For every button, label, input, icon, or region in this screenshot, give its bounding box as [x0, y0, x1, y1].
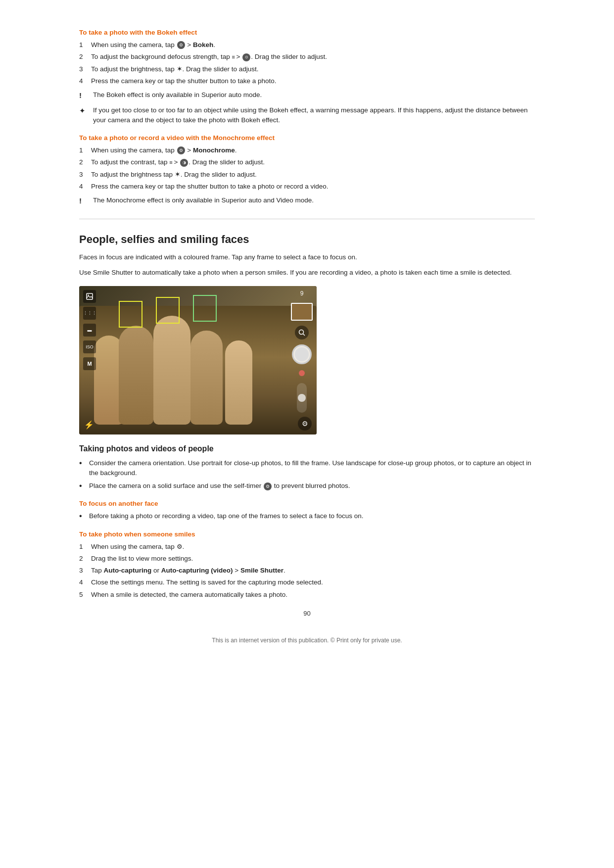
focus-bullets: • Before taking a photo or recording a v… — [79, 511, 535, 521]
photo-thumbnail[interactable] — [291, 303, 313, 321]
tip-star-icon: ✦ — [79, 105, 93, 117]
svg-point-1 — [88, 294, 89, 295]
bars-icon-2: ≡ — [169, 158, 172, 167]
shutter-button[interactable] — [292, 344, 312, 364]
zoom-icon[interactable] — [295, 326, 309, 339]
bullet-dot-focus: • — [79, 511, 89, 521]
svg-rect-0 — [87, 293, 93, 299]
face-frame-1 — [119, 301, 142, 328]
face-frame-2 — [156, 297, 180, 324]
taking-photos-bullet-2: • Place the camera on a solid surface an… — [79, 481, 535, 491]
bullet-dot-1: • — [79, 458, 89, 479]
footer-text: This is an internet version of this publ… — [79, 637, 535, 644]
settings-icon-bottom[interactable]: ⚙ — [298, 417, 312, 431]
svg-line-3 — [303, 334, 305, 336]
camera-toolbar-right: 9 — [291, 290, 313, 415]
chapter-para2: Use Smile Shutter to automatically take … — [79, 267, 535, 278]
camera-toolbar-left: ⋮⋮⋮ ▬ ISO M — [83, 290, 96, 370]
record-indicator — [299, 370, 305, 376]
exclamation-icon-2: ! — [79, 195, 93, 207]
bokeh-step-1: 1 When using the camera, tap ⚙ > Bokeh. — [79, 40, 535, 50]
defocus-icon: ⊙ — [242, 53, 250, 61]
exclamation-icon: ! — [79, 90, 93, 101]
monochrome-note: ! The Monochrome effect is only availabl… — [79, 195, 535, 207]
monochrome-step-4: 4 Press the camera key or tap the shutte… — [79, 182, 535, 192]
focus-section: To focus on another face • Before taking… — [79, 500, 535, 521]
focus-bullet: • Before taking a photo or recording a v… — [79, 511, 535, 521]
taking-photos-subsection: Taking photos and videos of people • Con… — [79, 444, 535, 491]
camera-settings-icon: ⚙ — [177, 41, 185, 49]
mode-m-icon[interactable]: M — [83, 357, 96, 370]
zoom-slider-thumb — [298, 394, 306, 402]
svg-point-2 — [299, 330, 304, 334]
shutter-inner — [295, 347, 309, 361]
smile-title: To take photo when someone smiles — [79, 530, 535, 538]
smile-steps-list: 1 When using the camera, tap ⚙. 2 Drag t… — [79, 542, 535, 600]
bullet-dot-2: • — [79, 481, 89, 491]
bokeh-step-4: 4 Press the camera key or tap the shutte… — [79, 76, 535, 86]
camera-screenshot: ⋮⋮⋮ ▬ ISO M 9 ⚡ — [79, 286, 317, 434]
battery-indicator: 9 — [300, 290, 304, 297]
flash-icon: ⚡ — [84, 420, 94, 430]
monochrome-step-2: 2 To adjust the contrast, tap ≡ > ◑. Dra… — [79, 157, 535, 167]
chapter-section: People, selfies and smiling faces Faces … — [79, 233, 535, 600]
taking-photos-bullet-1: • Consider the camera orientation. Use p… — [79, 458, 535, 479]
smile-section: To take photo when someone smiles 1 When… — [79, 530, 535, 600]
bottom-bar: ⚙ — [298, 417, 312, 431]
grid-icon[interactable]: ⋮⋮⋮ — [83, 307, 96, 320]
monochrome-step-3: 3 To adjust the brightness tap ✶. Drag t… — [79, 170, 535, 180]
face-frame-3 — [193, 295, 217, 322]
page-number: 90 — [79, 610, 535, 617]
smile-step-2: 2 Drag the list to view more settings. — [79, 554, 535, 564]
smile-step-1: 1 When using the camera, tap ⚙. — [79, 542, 535, 552]
bars-icon: ≡ — [232, 53, 234, 61]
monochrome-section: To take a photo or record a video with t… — [79, 134, 535, 207]
smile-step-4: 4 Close the settings menu. The setting i… — [79, 578, 535, 587]
smile-step-3: 3 Tap Auto-capturing or Auto-capturing (… — [79, 566, 535, 576]
iso-icon[interactable]: ISO — [83, 340, 96, 353]
bokeh-note: ! The Bokeh effect is only available in … — [79, 90, 535, 101]
chapter-title: People, selfies and smiling faces — [79, 233, 535, 246]
bokeh-tip: ✦ If you get too close to or too far to … — [79, 105, 535, 126]
bokeh-section: To take a photo with the Bokeh effect 1 … — [79, 29, 535, 125]
taking-photos-bullets: • Consider the camera orientation. Use p… — [79, 458, 535, 491]
zoom-slider[interactable] — [297, 383, 307, 413]
contrast-icon: ◑ — [180, 159, 188, 167]
chapter-para1: Faces in focus are indicated with a colo… — [79, 252, 535, 263]
monochrome-steps-list: 1 When using the camera, tap ⚙ > Monochr… — [79, 145, 535, 192]
camera-settings-icon-2: ⚙ — [177, 146, 185, 154]
section-divider — [79, 219, 535, 219]
focus-title: To focus on another face — [79, 500, 535, 507]
smile-step-5: 5 When a smile is detected, the camera a… — [79, 590, 535, 600]
taking-photos-title: Taking photos and videos of people — [79, 444, 535, 453]
self-timer-icon: ⚙ — [264, 482, 272, 490]
bokeh-steps-list: 1 When using the camera, tap ⚙ > Bokeh. … — [79, 40, 535, 86]
gear-icon-smile: ⚙ — [177, 542, 183, 552]
camera-image-inner: ⋮⋮⋮ ▬ ISO M 9 ⚡ — [79, 286, 317, 434]
bokeh-step-3: 3 To adjust the brightness, tap ✶. Drag … — [79, 64, 535, 74]
monochrome-title: To take a photo or record a video with t… — [79, 134, 535, 142]
aspect-icon[interactable]: ▬ — [83, 324, 96, 337]
bokeh-title: To take a photo with the Bokeh effect — [79, 29, 535, 36]
monochrome-step-1: 1 When using the camera, tap ⚙ > Monochr… — [79, 145, 535, 155]
bokeh-step-2: 2 To adjust the background defocus stren… — [79, 52, 535, 62]
gallery-icon[interactable] — [83, 290, 96, 303]
